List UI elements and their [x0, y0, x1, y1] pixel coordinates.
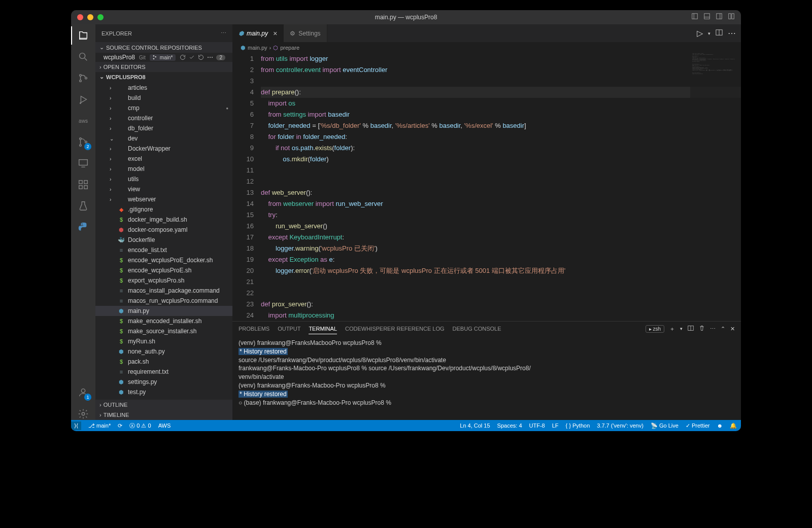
- branch-tag[interactable]: main*: [150, 54, 176, 61]
- maximize-window[interactable]: [97, 14, 104, 20]
- breadcrumb[interactable]: ⬢ main.py › ⬡ prepare: [232, 42, 741, 53]
- remote-icon[interactable]: [77, 157, 89, 169]
- minimap[interactable]: from utils import loggerfrom controller.…: [690, 53, 741, 321]
- tree-item-encode_wcplusProE_docker-sh[interactable]: $encode_wcplusProE_docker.sh: [95, 255, 232, 265]
- tab-settings[interactable]: ⚙Settings: [284, 24, 327, 42]
- tree-item-model[interactable]: ›model: [95, 164, 232, 174]
- encoding-status[interactable]: UTF-8: [529, 423, 545, 429]
- outline-section[interactable]: › OUTLINE: [95, 400, 232, 410]
- sync-icon[interactable]: [180, 54, 186, 60]
- panel-tab-debug-console[interactable]: DEBUG CONSOLE: [453, 324, 501, 334]
- aws-icon[interactable]: aws: [77, 115, 89, 127]
- split-editor-icon[interactable]: [716, 29, 723, 38]
- open-editors-section[interactable]: › OPEN EDITORS: [95, 62, 232, 72]
- branch-status[interactable]: ⎇ main*: [88, 423, 111, 429]
- extensions-icon[interactable]: [77, 179, 89, 191]
- search-icon[interactable]: [77, 51, 89, 63]
- commit-icon[interactable]: [189, 54, 195, 60]
- split-terminal-icon[interactable]: [688, 325, 694, 332]
- tree-item-db_folder[interactable]: ›db_folder: [95, 123, 232, 133]
- panel-right-icon[interactable]: [716, 13, 723, 22]
- prettier-status[interactable]: ✓ Prettier: [686, 423, 710, 429]
- close-tab-icon[interactable]: ×: [273, 29, 277, 38]
- panel-left-icon[interactable]: [691, 13, 698, 22]
- tree-item-encode_wcplusProE-sh[interactable]: $encode_wcplusProE.sh: [95, 265, 232, 275]
- project-section[interactable]: ⌄ WCPLUSPRO8: [95, 72, 232, 82]
- tree-item-test-py[interactable]: ⬢test.py: [95, 387, 232, 397]
- remote-button[interactable]: ⟩⟨: [71, 421, 81, 430]
- tree-item--gitignore[interactable]: ◆.gitignore: [95, 204, 232, 215]
- language-status[interactable]: { } Python: [566, 423, 590, 429]
- tree-item-make_source_installer-sh[interactable]: $make_source_installer.sh: [95, 326, 232, 336]
- aws-status[interactable]: AWS: [158, 423, 171, 429]
- panel-bottom-icon[interactable]: [703, 13, 710, 22]
- settings-gear-icon[interactable]: [77, 408, 89, 420]
- panel-tab-output[interactable]: OUTPUT: [278, 324, 300, 334]
- tree-item-encode_list-txt[interactable]: ≡encode_list.txt: [95, 245, 232, 255]
- sync-status[interactable]: ⟳: [118, 423, 122, 429]
- terminal-profile[interactable]: ▸ zsh: [646, 325, 664, 333]
- accounts-icon[interactable]: 1: [77, 386, 89, 399]
- kill-terminal-icon[interactable]: [699, 325, 705, 332]
- file-tree[interactable]: ›articles›build›cmp●›controller›db_folde…: [95, 82, 232, 400]
- close-panel-icon[interactable]: ✕: [730, 326, 735, 332]
- python-icon[interactable]: [77, 221, 89, 233]
- tree-item-cmp[interactable]: ›cmp●: [95, 103, 232, 113]
- scm-section[interactable]: ⌄ SOURCE CONTROL REPOSITORIES: [95, 42, 232, 53]
- panel-tab-codewhisperer-reference-log[interactable]: CODEWHISPERER REFERENCE LOG: [345, 324, 445, 334]
- tab-main-py[interactable]: ⬢main.py×: [232, 24, 284, 42]
- panel-tab-problems[interactable]: PROBLEMS: [239, 324, 269, 334]
- tree-item-dev[interactable]: ⌄dev: [95, 133, 232, 144]
- traffic-lights[interactable]: [77, 14, 104, 20]
- tree-item-export_wcplusPro-sh[interactable]: $export_wcplusPro.sh: [95, 275, 232, 286]
- tree-item-docker_imge_build-sh[interactable]: $docker_imge_build.sh: [95, 215, 232, 225]
- explorer-icon[interactable]: [77, 29, 89, 42]
- tree-item-utils[interactable]: ›utils: [95, 174, 232, 184]
- terminal-dropdown-icon[interactable]: ▾: [680, 326, 683, 331]
- tree-item-none_auth-py[interactable]: ⬢none_auth.py: [95, 346, 232, 357]
- terminal[interactable]: (venv) frankwang@FranksMacbooPro wcplusP…: [232, 336, 741, 420]
- timeline-section[interactable]: › TIMELINE: [95, 410, 232, 420]
- tree-item-macos_run_wcplusPro-command[interactable]: ≡macos_run_wcplusPro.command: [95, 296, 232, 306]
- tree-item-requirement-txt[interactable]: ≡requirement.txt: [95, 367, 232, 377]
- scm-branch-icon[interactable]: 2: [77, 136, 89, 148]
- tree-item-controller[interactable]: ›controller: [95, 113, 232, 123]
- close-window[interactable]: [77, 14, 83, 20]
- more-icon[interactable]: ⋯: [207, 54, 213, 61]
- layout-icon[interactable]: [728, 13, 735, 22]
- bell-icon[interactable]: 🔔: [730, 423, 737, 429]
- tree-item-articles[interactable]: ›articles: [95, 83, 232, 93]
- scm-repo-row[interactable]: wcplusPro8 Git main* ⋯ 2: [95, 53, 232, 62]
- new-terminal-icon[interactable]: ＋: [669, 325, 675, 333]
- editor[interactable]: 123456789101112131415161718192021222324 …: [232, 53, 741, 321]
- panel-tab-terminal[interactable]: TERMINAL: [309, 324, 337, 334]
- testing-icon[interactable]: [77, 200, 89, 212]
- eol-status[interactable]: LF: [552, 423, 559, 429]
- run-dropdown-icon[interactable]: ▾: [708, 31, 710, 36]
- tree-item-make_encoded_installer-sh[interactable]: $make_encoded_installer.sh: [95, 316, 232, 326]
- tree-item-main-py[interactable]: ⬢main.py: [95, 306, 232, 316]
- tree-item-docker-compose-yaml[interactable]: ⬢docker-compose.yaml: [95, 225, 232, 235]
- refresh-icon[interactable]: [198, 54, 204, 60]
- tree-item-build[interactable]: ›build: [95, 93, 232, 103]
- more-actions-icon[interactable]: ⋯: [221, 30, 226, 37]
- maximize-panel-icon[interactable]: ⌃: [721, 326, 725, 332]
- run-icon[interactable]: ▷: [697, 28, 703, 38]
- minimize-window[interactable]: [87, 14, 93, 20]
- tree-item-excel[interactable]: ›excel: [95, 154, 232, 164]
- tree-item-view[interactable]: ›view: [95, 184, 232, 194]
- tree-item-Dockerfile[interactable]: 🐳Dockerfile: [95, 235, 232, 245]
- indent-status[interactable]: Spaces: 4: [497, 423, 522, 429]
- source-control-icon[interactable]: [77, 72, 89, 84]
- tree-item-pack-sh[interactable]: $pack.sh: [95, 357, 232, 367]
- python-status[interactable]: 3.7.7 ('venv': venv): [597, 423, 644, 429]
- more-editor-icon[interactable]: ⋯: [728, 28, 736, 38]
- go-live-status[interactable]: 📡 Go Live: [651, 423, 679, 429]
- tree-item-DockerWrapper[interactable]: ›DockerWrapper: [95, 144, 232, 154]
- tree-item-macos_install_package-command[interactable]: ≡macos_install_package.command: [95, 286, 232, 296]
- tree-item-webserver[interactable]: ›webserver: [95, 194, 232, 204]
- feedback-icon[interactable]: ☻: [717, 423, 723, 429]
- tree-item-settings-py[interactable]: ⬢settings.py: [95, 377, 232, 387]
- tree-item-myRun-sh[interactable]: $myRun.sh: [95, 336, 232, 346]
- problems-status[interactable]: ⓧ 0 ⚠ 0: [129, 422, 151, 430]
